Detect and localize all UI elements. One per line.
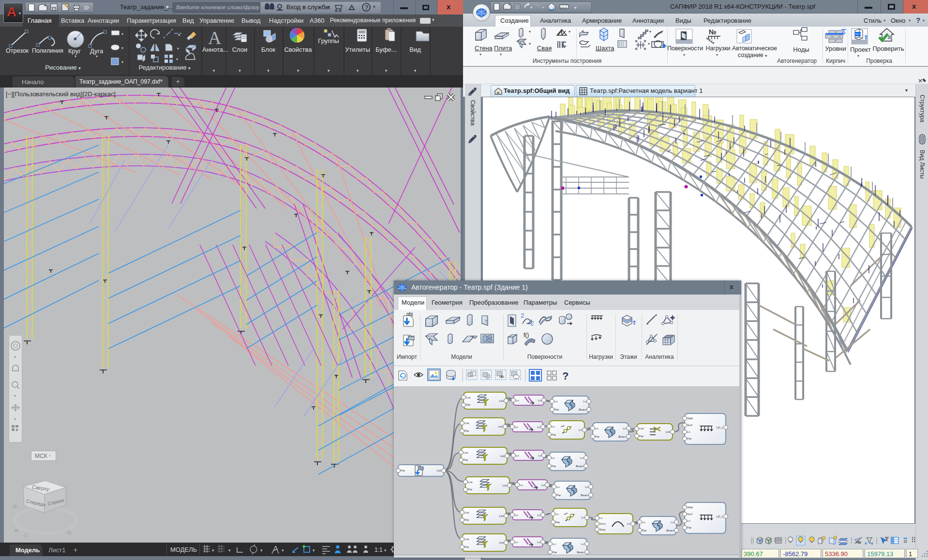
svg-text:Par: Par: [464, 458, 468, 461]
svg-text:?: ?: [562, 370, 569, 382]
svg-text:2: 2: [521, 312, 524, 319]
svg-text:Ln: Ln: [554, 400, 558, 403]
svg-text:▾: ▾: [648, 42, 650, 46]
svg-text:Par: Par: [639, 435, 644, 438]
svg-text:List: List: [499, 541, 504, 544]
svg-text:▾: ▾: [121, 46, 123, 50]
svg-text:Ln: Ln: [555, 513, 559, 516]
svg-text:▾: ▾: [313, 548, 315, 553]
svg-text:List: List: [466, 396, 471, 399]
svg-text:Par: Par: [464, 429, 469, 432]
svg-text:▾: ▾: [178, 33, 180, 37]
svg-text:Par: Par: [687, 526, 691, 529]
svg-text:List: List: [500, 455, 505, 457]
svg-text:▾: ▾: [14, 355, 16, 359]
svg-text:Beam: Beam: [577, 551, 584, 554]
svg-text:Beam: Beam: [579, 408, 586, 411]
svg-text:▾: ▾: [574, 5, 577, 10]
svg-text:Slab: Slab: [687, 417, 693, 420]
svg-text:List: List: [498, 425, 503, 428]
svg-text:List: List: [464, 538, 469, 541]
svg-text:Ln: Ln: [687, 519, 690, 522]
svg-text:▾: ▾: [177, 46, 179, 51]
svg-text:Ln: Ln: [515, 541, 518, 544]
svg-text:№: №: [856, 540, 861, 545]
svg-text:Ln: Ln: [579, 428, 582, 431]
svg-text:Surf: Surf: [687, 424, 692, 427]
svg-text:Ln: Ln: [687, 430, 690, 433]
svg-text:List: List: [468, 481, 473, 484]
svg-text:Par: Par: [464, 518, 469, 521]
svg-text:List: List: [464, 451, 468, 454]
svg-text:List: List: [499, 399, 504, 402]
svg-text:▾: ▾: [14, 394, 16, 398]
svg-text:Ln: Ln: [537, 426, 540, 428]
svg-text:Ln: Ln: [516, 454, 519, 457]
svg-text:▾: ▾: [569, 29, 570, 34]
svg-text:Par: Par: [555, 521, 560, 524]
svg-text:Par: Par: [687, 437, 691, 440]
svg-text:List: List: [464, 422, 469, 425]
svg-text:DXF: DXF: [409, 337, 415, 340]
svg-text:Ln: Ln: [599, 516, 603, 519]
svg-text:Ln: Ln: [585, 486, 588, 488]
svg-text:Surf: Surf: [687, 513, 692, 516]
svg-text:?: ?: [365, 4, 368, 11]
svg-text:Ln: Ln: [556, 486, 560, 488]
svg-text:Par: Par: [554, 408, 559, 411]
svg-text:Ln: Ln: [595, 427, 599, 430]
svg-text:A: A: [208, 28, 222, 48]
svg-text:Par: Par: [466, 403, 470, 406]
svg-text:Par: Par: [552, 433, 556, 436]
svg-text:Par: Par: [553, 551, 557, 554]
svg-text:Ln: Ln: [627, 522, 630, 525]
svg-text:▾: ▾: [260, 548, 263, 553]
svg-text:Par: Par: [552, 465, 556, 468]
svg-text:Ln: Ln: [537, 514, 540, 516]
svg-text:▾: ▾: [529, 29, 531, 34]
svg-text:Ln: Ln: [580, 457, 584, 459]
svg-text:2: 2: [530, 320, 534, 327]
svg-text:Par: Par: [464, 545, 469, 548]
svg-text:Beam: Beam: [666, 529, 674, 532]
svg-text:Par: Par: [642, 529, 646, 532]
svg-text:▾: ▾: [14, 417, 16, 421]
svg-text:№: №: [709, 28, 717, 36]
svg-text:Par: Par: [401, 469, 405, 472]
svg-text:Slab: Slab: [687, 506, 693, 509]
svg-text:▾: ▾: [384, 548, 387, 553]
svg-text:▾: ▾: [530, 5, 532, 10]
svg-text:Beam: Beam: [581, 494, 588, 497]
svg-text:Beam: Beam: [618, 435, 626, 438]
svg-text:List: List: [499, 515, 504, 517]
svg-text:List: List: [437, 469, 442, 472]
svg-text:1:1: 1:1: [374, 546, 383, 553]
svg-text:Ln: Ln: [516, 399, 519, 402]
svg-text:▾: ▾: [228, 548, 231, 553]
svg-text:Ln: Ln: [553, 543, 556, 545]
svg-text:Ln: Ln: [642, 521, 645, 524]
svg-text:▾: ▾: [212, 548, 214, 553]
svg-text:Ln: Ln: [552, 425, 555, 428]
svg-text:Ln: Ln: [538, 399, 541, 402]
svg-text:Ln: Ln: [623, 427, 626, 430]
svg-text:Ln: Ln: [583, 400, 586, 403]
svg-text:List: List: [464, 511, 469, 514]
svg-text:Par: Par: [595, 435, 599, 438]
svg-text:Ln: Ln: [581, 543, 584, 545]
svg-text:Ln: Ln: [552, 457, 555, 459]
svg-text:Par: Par: [468, 488, 472, 491]
svg-text:List: List: [503, 484, 508, 487]
svg-text:▾: ▾: [282, 548, 284, 553]
svg-text:↻: ↻: [67, 530, 72, 536]
svg-text:LD_L: LD_L: [717, 426, 724, 429]
svg-text:▾: ▾: [121, 32, 123, 36]
svg-text:Ln: Ln: [671, 521, 674, 524]
svg-text:Ln: Ln: [538, 454, 541, 457]
svg-text:▾: ▾: [529, 42, 531, 46]
svg-text:▾: ▾: [542, 5, 544, 10]
svg-text:N: N: [12, 503, 18, 510]
svg-text:Ln: Ln: [581, 516, 584, 519]
svg-text:Ln: Ln: [541, 484, 545, 486]
svg-text:Par: Par: [556, 494, 561, 497]
